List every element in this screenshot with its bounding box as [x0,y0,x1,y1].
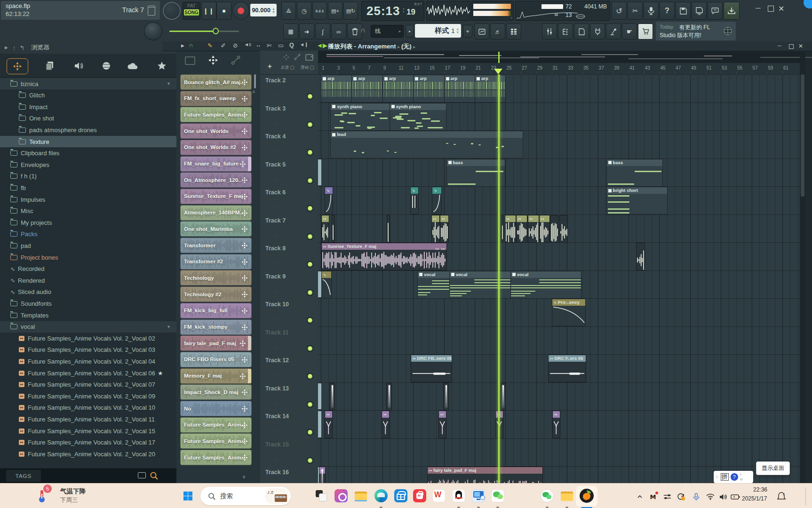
track-header[interactable]: Track 2⋯ [260,74,318,103]
track-header[interactable]: Track 5⋯ [260,159,318,187]
playlist-clip[interactable]: ↦ [440,215,448,243]
playlist-clip[interactable]: ↦ DRC F..ers 05 [548,355,586,382]
track-header[interactable]: Track 10⋯ [260,298,318,327]
track-header[interactable]: Track 16⋯ [260,466,318,483]
record-audio-button[interactable] [644,2,659,20]
browser-item[interactable]: Glitch [0,90,176,101]
delete-tool-icon[interactable]: ⊘ [233,42,238,49]
app-file-explorer-icon[interactable] [354,489,368,503]
playlist-clip[interactable] [500,383,506,411]
zoom-tool-icon[interactable]: Q [289,42,294,48]
playlist-grid[interactable]: arparparparparparpsynth pianosynth piano… [318,74,800,483]
update-banner[interactable]: Today 有更新的 FL Studio 版本可用! [656,22,736,40]
browser-item[interactable]: bznica▼ [0,78,176,89]
browser-tab-files[interactable] [40,58,60,73]
playlist-clip[interactable]: synth piano [390,103,446,131]
playlist-clip[interactable]: arp [321,75,352,103]
playlist-clip[interactable]: ↦ [552,411,560,438]
playlist-ruler[interactable]: 1357911131517192123252729313335373941434… [318,63,800,75]
browser-item[interactable]: ↦Future Samples_Anime Vocals Vol. 2_Voca… [0,437,176,448]
track-name[interactable]: Track 6 [265,189,286,196]
cut-tool-button[interactable]: ✂ [628,2,643,20]
window-restore[interactable] [768,6,774,12]
track-mute-led[interactable] [308,234,312,239]
track-mute-led[interactable] [308,262,312,267]
playlist-clip[interactable]: lead [330,131,523,159]
picker-clip[interactable]: Transformer #2 [180,254,252,270]
tags-chip[interactable]: TAGS [6,470,41,482]
playlist-clip[interactable]: ↦ [528,215,539,243]
mixer-button[interactable] [542,24,557,40]
shop-button[interactable] [638,24,653,40]
track-name[interactable]: Track 13 [265,385,289,392]
tray-volume-icon[interactable] [718,492,728,501]
browser-up-icon[interactable]: ↑ [13,44,16,51]
picker-clip[interactable]: Technology [180,270,252,286]
slide-note-button[interactable]: ʃ [315,24,330,40]
pat-song-switch[interactable]: PAT SONG [183,2,200,20]
app-fl-studio-icon[interactable] [580,489,594,503]
picker-clip[interactable]: Future Samples_Anim.. [180,450,252,465]
export-button[interactable] [724,2,740,20]
mute-tool-icon[interactable]: ◄x [244,42,251,47]
shuffle-knob[interactable] [144,22,162,40]
picker-clip[interactable]: Transformer [180,238,252,253]
track-header[interactable]: Track 8⋯ [260,242,318,271]
pause-button[interactable]: ❙❙ [201,2,216,20]
browser-item[interactable]: ∿Sliced audio [0,286,176,298]
track-mute-led[interactable] [308,206,312,211]
main-knob[interactable] [163,2,181,20]
loop-record-button[interactable]: ▤↻ [343,2,358,20]
song-label[interactable]: SONG [184,9,199,16]
tags-input[interactable] [43,470,135,482]
track-mute-led[interactable] [308,374,312,379]
playlist-clip[interactable]: ∿ [410,187,419,214]
picker-tab-automation-icon[interactable] [231,56,240,65]
track-name[interactable]: Track 8 [265,245,286,252]
tempo-display[interactable]: 90.000 ▲▼ [250,4,277,16]
playlist-clip[interactable]: ↦ Sunrise_Texture_F maj↦↦ [321,243,447,270]
app-folder-window-icon[interactable] [560,489,574,503]
grid-view-button[interactable] [506,24,521,40]
playlist-clip[interactable]: vocal [510,271,581,299]
tray-mic-icon[interactable] [692,492,701,501]
app-wechat-icon[interactable] [491,489,505,503]
picker-scroll-up-icon[interactable]: ∧ [252,89,255,94]
trash-icon[interactable] [148,6,155,16]
playlist-clip[interactable] [332,215,335,243]
browser-item[interactable]: Clipboard files [0,148,176,159]
snap-selector[interactable]: 线 ▸ [371,25,404,38]
browser-item[interactable]: ↦Future Samples_Anime Vocals Vol. 2_Voca… [0,402,176,413]
playlist-clip[interactable] [501,215,504,243]
save-button[interactable] [676,2,691,20]
track-name[interactable]: Track 10 [265,301,289,308]
snap-icon[interactable]: ∩ [189,42,193,48]
browser-tab-online[interactable] [96,58,117,73]
playlist-clip[interactable]: ↦ [321,215,329,243]
browser-item[interactable]: Packs [0,229,176,240]
track-mute-led[interactable] [308,402,312,407]
remote-control-button[interactable]: ☛ [622,24,637,40]
paint-tool-icon[interactable]: ✐ [221,42,225,49]
picker-clip[interactable]: DRC FBO Risers 05 [180,352,252,367]
piano-roll-quick-button[interactable]: ♬ [490,24,505,40]
browser-expand-icon[interactable]: ▶ [5,45,8,50]
browser-structure-button[interactable] [558,24,573,40]
metronome-button[interactable]: ⟁ [281,2,296,20]
tray-battery-icon[interactable] [731,492,740,501]
picker-clip[interactable]: Technology #2 [180,286,252,302]
browser-item[interactable]: Soundfonts [0,298,176,309]
picker-clip[interactable]: On_Atmosphere_120.. [180,172,252,188]
show-desktop-strip[interactable] [805,487,806,505]
track-header[interactable]: Track 3⋯ [260,103,318,131]
playback-tool-icon[interactable]: ◄❙ [300,42,308,47]
browser-item[interactable]: ↦Future Samples_Anime Vocals Vol. 2_Voca… [0,448,176,460]
playlist-clip[interactable]: ↦ DRC FB..sers 05 [411,355,452,382]
playlist-menu-icon[interactable]: ▶ [181,43,184,48]
volume-slider-thumb[interactable] [213,28,219,34]
playlist-clip[interactable] [550,215,558,243]
app-wps-icon[interactable]: W [432,489,446,503]
browser-tab-audio[interactable] [7,58,28,74]
countdown-button[interactable]: 3.2.1 [312,2,327,20]
slide-toggle[interactable]: 滑动 ◯ [301,65,314,71]
